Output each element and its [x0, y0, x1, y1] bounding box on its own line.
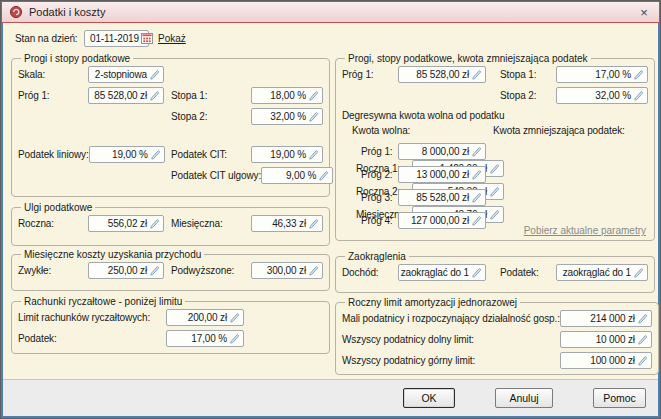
podatek-liniowy-label: Podatek liniowy:	[18, 149, 89, 160]
date-label: Stan na dzień:	[15, 33, 84, 44]
edit-pencil-icon[interactable]	[308, 90, 319, 101]
group-zaokraglenia: Zaokrąglenia Dochód: zaokrąglać do 1 Pod…	[335, 251, 655, 293]
edit-pencil-icon[interactable]	[633, 90, 644, 101]
mali-podatnicy-field[interactable]: 214 000 zł	[560, 310, 652, 327]
button-bar: OK Anuluj Pomoc	[3, 379, 658, 416]
podatek-cit-label: Podatek CIT:	[171, 149, 227, 160]
podatek-cit-ulgowy-label: Podatek CIT ulgowy:	[171, 170, 261, 181]
edit-pencil-icon[interactable]	[308, 218, 319, 229]
edit-pencil-icon[interactable]	[149, 218, 160, 229]
dprog2-label: Próg 2:	[361, 169, 393, 180]
edit-pencil-icon[interactable]	[149, 69, 160, 80]
dprog3-label: Próg 3:	[361, 192, 393, 203]
help-button[interactable]: Pomoc	[593, 388, 646, 408]
group-ulgi-podatkowe: Ulgi podatkowe Roczna: 556,02 zł Miesięc…	[11, 202, 330, 246]
edit-pencil-icon[interactable]	[308, 149, 319, 160]
group-title: Roczny limit amortyzacji jednorazowej	[348, 297, 517, 308]
degresywna-title: Degresywna kwota wolna od podatku	[342, 110, 504, 121]
koszty-podwyzszone-label: Podwyższone:	[171, 265, 234, 276]
stopa1-field[interactable]: 17,00 %	[556, 66, 648, 83]
ok-button[interactable]: OK	[403, 388, 455, 408]
skala-field[interactable]: 2-stopniowa	[88, 66, 164, 83]
dolny-limit-field[interactable]: 10 000 zł	[560, 331, 652, 348]
rachunki-podatek-field[interactable]: 17,00 %	[166, 330, 244, 347]
dialog-title: Podatki i koszty	[29, 6, 105, 18]
prog1-label: Próg 1:	[342, 69, 374, 80]
stopa1-field[interactable]: 18,00 %	[251, 87, 323, 104]
koszty-podwyzszone-field[interactable]: 300,00 zł	[251, 262, 323, 279]
app-icon	[9, 5, 23, 19]
ulga-miesieczna-label: Miesięczna:	[171, 218, 223, 229]
calendar-icon[interactable]	[141, 33, 153, 44]
dprog1-field[interactable]: 8 000,00 zł	[398, 143, 486, 160]
edit-pencil-icon[interactable]	[637, 334, 648, 345]
gorny-limit-field[interactable]: 100 000 zł	[560, 352, 652, 369]
edit-pencil-icon[interactable]	[471, 267, 482, 278]
group-progi-kwota: Progi, stopy podatkowe, kwota zmniejszaj…	[335, 53, 655, 241]
stopa2-label: Stopa 2:	[500, 90, 536, 101]
edit-pencil-icon[interactable]	[471, 215, 482, 226]
date-value: 01-11-2019	[90, 33, 139, 44]
edit-pencil-icon[interactable]	[471, 146, 482, 157]
ulga-roczna-label: Roczna:	[18, 218, 54, 229]
stopa2-field[interactable]: 32,00 %	[556, 87, 648, 104]
dprog4-label: Próg 4:	[361, 215, 393, 226]
podatek-liniowy-field[interactable]: 19,00 %	[89, 146, 165, 163]
group-limit-amortyzacji: Roczny limit amortyzacji jednorazowej Ma…	[335, 297, 659, 375]
edit-pencil-icon[interactable]	[633, 267, 644, 278]
show-link[interactable]: Pokaż	[158, 33, 186, 44]
group-title: Miesięczne koszty uzyskania przychodu	[24, 249, 201, 260]
dochod-field[interactable]: zaokrąglać do 1	[398, 264, 486, 281]
group-rachunki-ryczaltowe: Rachunki ryczałtowe - poniżej limitu Lim…	[11, 296, 330, 354]
edit-pencil-icon[interactable]	[318, 170, 329, 181]
dprog4-field[interactable]: 127 000,00 zł	[398, 212, 486, 229]
group-title: Ulgi podatkowe	[24, 202, 92, 213]
edit-pencil-icon[interactable]	[149, 265, 160, 276]
date-row: Stan na dzień: 01-11-2019 Pokaż	[15, 29, 186, 47]
dprog3-field[interactable]: 85 528,00 zł	[398, 189, 486, 206]
prog1-label: Próg 1:	[18, 90, 50, 101]
edit-pencil-icon[interactable]	[489, 163, 500, 174]
stopa1-label: Stopa 1:	[500, 69, 536, 80]
kwota-zmniejszajaca-header: Kwota zmniejszająca podatek:	[493, 125, 625, 136]
stopa2-field[interactable]: 32,00 %	[251, 108, 323, 125]
group-progi-stopy: Progi i stopy podatkowe Skala: 2-stopnio…	[11, 53, 330, 197]
skala-label: Skala:	[18, 69, 45, 80]
gorny-limit-label: Wszyscy podatnicy górny limit:	[342, 355, 475, 366]
zaokr-podatek-field[interactable]: zaokrąglać do 1	[556, 264, 648, 281]
koszty-zwykle-label: Zwykłe:	[18, 265, 51, 276]
edit-pencil-icon[interactable]	[471, 69, 482, 80]
mali-podatnicy-label: Mali podatnicy i rozpoczynający działaln…	[342, 313, 560, 324]
podatek-cit-ulgowy-field[interactable]: 9,00 %	[261, 167, 333, 184]
limit-rachunkow-field[interactable]: 200,00 zł	[166, 309, 244, 326]
edit-pencil-icon[interactable]	[471, 192, 482, 203]
group-title: Progi i stopy podatkowe	[24, 53, 130, 64]
koszty-zwykle-field[interactable]: 250,00 zł	[88, 262, 164, 279]
podatek-cit-field[interactable]: 19,00 %	[251, 146, 323, 163]
edit-pencil-icon[interactable]	[308, 265, 319, 276]
dochod-label: Dochód:	[342, 267, 379, 278]
ulga-miesieczna-field[interactable]: 46,33 zł	[251, 215, 323, 232]
prog1-field[interactable]: 85 528,00 zł	[88, 87, 164, 104]
edit-pencil-icon[interactable]	[149, 90, 160, 101]
download-parameters-link[interactable]: Pobierz aktualne parametry	[524, 225, 646, 236]
close-button[interactable]: ×	[636, 5, 652, 20]
group-title: Rachunki ryczałtowe - poniżej limitu	[24, 296, 182, 307]
edit-pencil-icon[interactable]	[489, 186, 500, 197]
edit-pencil-icon[interactable]	[150, 149, 161, 160]
edit-pencil-icon[interactable]	[308, 111, 319, 122]
stopa2-label: Stopa 2:	[171, 111, 207, 122]
prog1-field[interactable]: 85 528,00 zł	[398, 66, 486, 83]
group-title: Zaokrąglenia	[348, 251, 406, 262]
edit-pencil-icon[interactable]	[637, 313, 648, 324]
edit-pencil-icon[interactable]	[229, 333, 240, 344]
edit-pencil-icon[interactable]	[633, 69, 644, 80]
dprog2-field[interactable]: 13 000,00 zł	[398, 166, 486, 183]
edit-pencil-icon[interactable]	[471, 169, 482, 180]
ulga-roczna-field[interactable]: 556,02 zł	[88, 215, 164, 232]
edit-pencil-icon[interactable]	[229, 312, 240, 323]
date-field[interactable]: 01-11-2019	[84, 30, 149, 47]
edit-pencil-icon[interactable]	[637, 355, 648, 366]
edit-pencil-icon[interactable]	[489, 209, 500, 220]
cancel-button[interactable]: Anuluj	[495, 388, 553, 408]
